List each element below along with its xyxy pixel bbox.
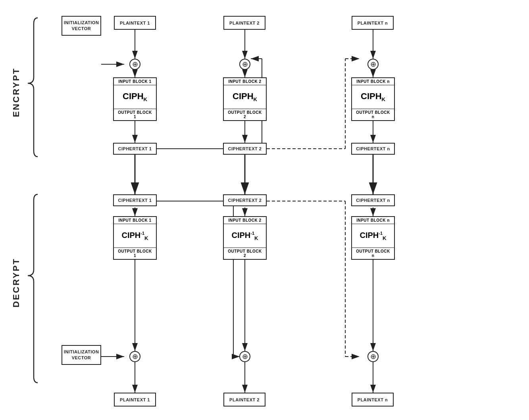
cipher-inv-block1-dec-top: INPUT BLOCK 1 [114,217,156,224]
cipher-block2-enc-bottom: OUTPUT BLOCK 2 [224,109,266,120]
ciphertext2-enc-box: CIPHERTEXT 2 [223,143,267,155]
diagram-container: ENCRYPT DECRYPT INITIALIZATIONVECTOR PLA… [0,0,529,420]
cipher-inv-block2-dec-middle: CIPH-1K [224,224,266,247]
iv-label-bottom: INITIALIZATIONVECTOR [64,349,99,361]
decrypt-label: DECRYPT [11,258,21,307]
plaintext1-enc-box: PLAINTEXT 1 [114,16,156,30]
xor1-dec: ⊕ [129,351,140,362]
cipher-block1-enc-middle: CIPHK [114,85,156,109]
cipher-inv-block1-dec-middle: CIPH-1K [114,224,156,247]
xor2-enc-symbol: ⊕ [242,61,248,68]
plaintext1-dec-label: PLAINTEXT 1 [120,397,150,402]
plaintext2-dec-box: PLAINTEXT 2 [223,393,265,407]
cipher-block1-enc: INPUT BLOCK 1 CIPHK OUTPUT BLOCK 1 [113,77,157,121]
iv-label-top: INITIALIZATIONVECTOR [64,20,99,32]
ciphertext1-enc-box: CIPHERTEXT 1 [113,143,157,155]
cipher-block1-enc-top: INPUT BLOCK 1 [114,78,156,85]
cipher-blockn-enc: INPUT BLOCK n CIPHK OUTPUT BLOCK n [351,77,395,121]
xor1-enc: ⊕ [129,59,140,70]
xor1-enc-symbol: ⊕ [132,61,138,68]
plaintextn-dec-box: PLAINTEXT n [352,393,394,407]
plaintext2-dec-label: PLAINTEXT 2 [229,397,260,402]
ciphertextn-dec-input-box: CIPHERTEXT n [351,194,395,206]
ciphertext2-dec-input-label: CIPHERTEXT 2 [228,198,262,203]
ciphertextn-enc-box: CIPHERTEXT n [351,143,395,155]
cipher-block2-enc-top: INPUT BLOCK 2 [224,78,266,85]
cipher-blockn-enc-middle: CIPHK [352,85,394,109]
xor2-enc: ⊕ [239,59,250,70]
plaintext1-enc-label: PLAINTEXT 1 [120,21,150,25]
iv-box-bottom: INITIALIZATIONVECTOR [62,345,101,365]
ciphertext2-enc-label: CIPHERTEXT 2 [228,146,262,151]
cipher-inv-block2-dec-bottom: OUTPUT BLOCK 2 [224,247,266,259]
cipher-blockn-enc-top: INPUT BLOCK n [352,78,394,85]
cipher-inv-block2-dec: INPUT BLOCK 2 CIPH-1K OUTPUT BLOCK 2 [223,216,267,260]
xor1-dec-symbol: ⊕ [132,353,138,360]
ciphertext1-enc-label: CIPHERTEXT 1 [118,146,152,151]
plaintextn-enc-box: PLAINTEXT n [352,16,394,30]
plaintextn-dec-label: PLAINTEXT n [358,397,388,402]
xorn-enc-symbol: ⊕ [370,61,376,68]
encrypt-label: ENCRYPT [11,67,21,117]
iv-box-top: INITIALIZATIONVECTOR [62,16,101,36]
plaintext1-dec-box: PLAINTEXT 1 [114,393,156,407]
cipher-inv-block1-dec-bottom: OUTPUT BLOCK 1 [114,247,156,259]
xorn-dec-symbol: ⊕ [370,353,376,360]
xor2-dec: ⊕ [239,351,250,362]
ciphertextn-dec-input-label: CIPHERTEXT n [356,198,390,203]
cipher-inv-blockn-dec-top: INPUT BLOCK n [352,217,394,224]
cipher-inv-blockn-dec-middle: CIPH-1K [352,224,394,247]
cipher-inv-block1-dec: INPUT BLOCK 1 CIPH-1K OUTPUT BLOCK 1 [113,216,157,260]
cipher-block1-enc-bottom: OUTPUT BLOCK 1 [114,109,156,120]
plaintextn-enc-label: PLAINTEXT n [358,21,388,25]
cipher-block2-enc: INPUT BLOCK 2 CIPHK OUTPUT BLOCK 2 [223,77,267,121]
ciphertextn-enc-label: CIPHERTEXT n [356,146,390,151]
cipher-inv-blockn-dec-bottom: OUTPUT BLOCK n [352,247,394,259]
cipher-block2-enc-middle: CIPHK [224,85,266,109]
ciphertext1-dec-input-label: CIPHERTEXT 1 [118,198,152,203]
plaintext2-enc-label: PLAINTEXT 2 [229,21,260,25]
ciphertext2-dec-input-box: CIPHERTEXT 2 [223,194,267,206]
cipher-inv-block2-dec-top: INPUT BLOCK 2 [224,217,266,224]
plaintext2-enc-box: PLAINTEXT 2 [223,16,265,30]
ciphertext1-dec-input-box: CIPHERTEXT 1 [113,194,157,206]
xorn-dec: ⊕ [367,351,379,362]
cipher-blockn-enc-bottom: OUTPUT BLOCK n [352,109,394,120]
xor2-dec-symbol: ⊕ [242,353,248,360]
xorn-enc: ⊕ [367,59,379,70]
cipher-inv-blockn-dec: INPUT BLOCK n CIPH-1K OUTPUT BLOCK n [351,216,395,260]
